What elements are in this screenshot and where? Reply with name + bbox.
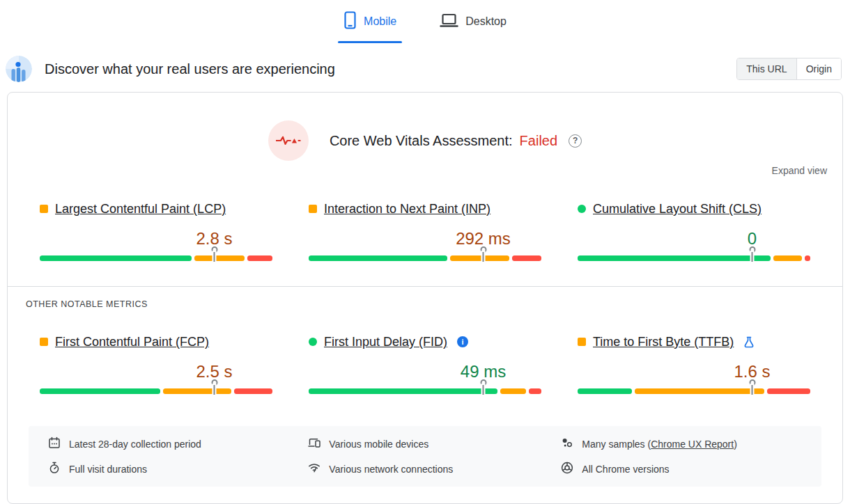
help-icon[interactable]: ?: [569, 134, 582, 148]
stopwatch-icon: [48, 462, 61, 476]
data-collection-notes: Latest 28-day collection period Various …: [29, 426, 821, 487]
note-text: Many samples (Chrome UX Report): [582, 439, 737, 450]
inp-distribution-bar: [309, 255, 541, 261]
lcp-rating-dot: [40, 205, 48, 213]
bar-poor: [512, 255, 541, 261]
bar-poor: [767, 388, 810, 394]
p75-marker: [749, 379, 755, 395]
note-text: Various mobile devices: [329, 439, 428, 450]
fcp-link[interactable]: First Contentful Paint (FCP): [55, 334, 209, 349]
scope-toggle: This URL Origin: [736, 58, 842, 80]
field-data-card: Core Web Vitals Assessment: Failed ? Exp…: [7, 92, 843, 504]
note-chrome-versions: All Chrome versions: [561, 462, 802, 476]
metric-fcp: First Contentful Paint (FCP) 2.5 s: [40, 334, 272, 394]
fcp-distribution-bar: [40, 388, 272, 394]
bar-good: [40, 255, 192, 261]
tab-mobile[interactable]: Mobile: [338, 4, 402, 43]
page-title: Discover what your real users are experi…: [45, 61, 724, 77]
ttfb-link[interactable]: Time to First Byte (TTFB): [593, 334, 734, 349]
bar-poor: [529, 388, 541, 394]
note-samples: Many samples (Chrome UX Report): [561, 436, 802, 451]
section-divider: [8, 286, 842, 287]
bar-needs-improvement: [773, 255, 802, 261]
metric-ttfb: Time to First Byte (TTFB) 1.6 s: [578, 334, 810, 394]
other-metrics-heading: OTHER NOTABLE METRICS: [26, 299, 828, 309]
desktop-icon: [440, 12, 458, 31]
p75-marker: [480, 379, 486, 395]
inp-link[interactable]: Interaction to Next Paint (INP): [324, 201, 490, 216]
lcp-distribution-bar: [40, 255, 272, 261]
fid-rating-dot: [309, 338, 317, 346]
ttfb-gauge: 1.6 s: [578, 388, 810, 394]
assessment-status: Failed: [520, 133, 557, 149]
note-durations: Full visit durations: [48, 462, 308, 476]
metric-inp: Interaction to Next Paint (INP) 292 ms: [309, 201, 541, 261]
metric-fid: First Input Delay (FID) i 49 ms: [309, 334, 541, 394]
note-text: Full visit durations: [69, 464, 147, 475]
core-web-vitals-row: Largest Contentful Paint (LCP) 2.8 s Int…: [22, 201, 828, 261]
tab-desktop[interactable]: Desktop: [434, 4, 512, 43]
fid-gauge: 49 ms: [309, 388, 541, 394]
cls-link[interactable]: Cumulative Layout Shift (CLS): [593, 201, 762, 216]
mobile-icon: [343, 11, 357, 32]
ttfb-rating-dot: [578, 338, 586, 346]
cls-rating-dot: [578, 205, 586, 213]
network-icon: [308, 462, 320, 476]
crux-logo-icon: [6, 56, 32, 82]
bar-good: [578, 388, 632, 394]
device-tabbar: Mobile Desktop: [0, 0, 850, 43]
metric-cls: Cumulative Layout Shift (CLS) 0: [578, 201, 810, 261]
note-text: Latest 28-day collection period: [69, 439, 201, 450]
experiment-flask-icon[interactable]: [743, 336, 755, 348]
p75-marker: [211, 379, 217, 395]
bar-good: [309, 388, 497, 394]
ttfb-value: 1.6 s: [734, 362, 770, 381]
fcp-value: 2.5 s: [196, 362, 232, 381]
inp-rating-dot: [309, 205, 317, 213]
inp-gauge: 292 ms: [309, 255, 541, 261]
chrome-icon: [561, 462, 573, 476]
fcp-gauge: 2.5 s: [40, 388, 272, 394]
note-network: Various network connections: [308, 462, 561, 476]
bar-poor: [247, 255, 272, 261]
cls-value: 0: [748, 229, 757, 249]
p75-marker: [211, 246, 217, 262]
p75-marker: [749, 246, 755, 262]
note-text: All Chrome versions: [582, 464, 669, 475]
chrome-ux-report-link[interactable]: Chrome UX Report: [651, 439, 734, 450]
tab-desktop-label: Desktop: [465, 15, 507, 28]
cls-gauge: 0: [578, 255, 810, 261]
fid-value: 49 ms: [461, 362, 506, 381]
expand-view-row: Expand view: [22, 165, 827, 176]
fid-link[interactable]: First Input Delay (FID): [324, 334, 447, 349]
scope-origin-button[interactable]: Origin: [797, 58, 841, 79]
info-icon[interactable]: i: [457, 336, 468, 347]
fcp-rating-dot: [40, 338, 48, 346]
fid-distribution-bar: [309, 388, 541, 394]
expand-view-link[interactable]: Expand view: [772, 165, 827, 176]
bar-needs-improvement: [163, 388, 231, 394]
note-text: Various network connections: [329, 464, 453, 475]
calendar-icon: [48, 436, 61, 451]
lcp-gauge: 2.8 s: [40, 255, 272, 261]
assessment-title: Core Web Vitals Assessment: Failed ?: [330, 133, 582, 149]
bar-needs-improvement: [635, 388, 764, 394]
metric-lcp: Largest Contentful Paint (LCP) 2.8 s: [40, 201, 272, 261]
scope-this-url-button[interactable]: This URL: [737, 58, 796, 79]
field-data-header: Discover what your real users are experi…: [0, 43, 850, 92]
bar-good: [309, 255, 447, 261]
lcp-link[interactable]: Largest Contentful Paint (LCP): [55, 201, 226, 216]
other-metrics-row: First Contentful Paint (FCP) 2.5 s First…: [22, 334, 828, 394]
assessment-label: Core Web Vitals Assessment:: [330, 133, 513, 149]
bar-good: [40, 388, 160, 394]
lcp-value: 2.8 s: [196, 229, 232, 249]
devices-icon: [308, 436, 320, 451]
pulse-icon: [268, 120, 309, 161]
bar-needs-improvement: [500, 388, 526, 394]
cwv-assessment-header: Core Web Vitals Assessment: Failed ?: [22, 120, 828, 161]
bar-poor: [805, 255, 810, 261]
cls-distribution-bar: [578, 255, 810, 261]
tab-mobile-label: Mobile: [364, 15, 396, 28]
ttfb-distribution-bar: [578, 388, 810, 394]
bar-needs-improvement: [194, 255, 245, 261]
